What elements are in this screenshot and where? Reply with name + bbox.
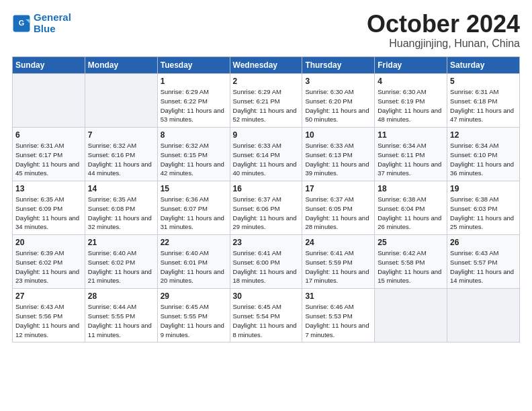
month-title: October 2024 xyxy=(367,12,520,36)
header: G General Blue October 2024 Huangjinjing… xyxy=(12,12,520,50)
day-number: 3 xyxy=(305,77,371,86)
day-info: Sunrise: 6:33 AM Sunset: 6:13 PM Dayligh… xyxy=(305,141,371,178)
day-number: 8 xyxy=(161,130,227,140)
day-info: Sunrise: 6:32 AM Sunset: 6:16 PM Dayligh… xyxy=(88,141,154,178)
day-number: 23 xyxy=(233,238,300,247)
calendar-cell: 31Sunrise: 6:46 AM Sunset: 5:53 PM Dayli… xyxy=(302,289,375,342)
calendar-cell: 16Sunrise: 6:37 AM Sunset: 6:06 PM Dayli… xyxy=(230,181,302,235)
header-row: Sunday Monday Tuesday Wednesday Thursday… xyxy=(13,57,520,74)
day-info: Sunrise: 6:43 AM Sunset: 5:56 PM Dayligh… xyxy=(15,302,82,339)
calendar-cell: 20Sunrise: 6:39 AM Sunset: 6:02 PM Dayli… xyxy=(13,235,85,289)
day-number: 5 xyxy=(450,77,517,86)
day-number: 22 xyxy=(161,238,227,247)
day-info: Sunrise: 6:40 AM Sunset: 6:02 PM Dayligh… xyxy=(88,248,154,285)
day-info: Sunrise: 6:29 AM Sunset: 6:22 PM Dayligh… xyxy=(161,87,227,124)
day-info: Sunrise: 6:42 AM Sunset: 5:58 PM Dayligh… xyxy=(378,248,444,285)
calendar-page: G General Blue October 2024 Huangjinjing… xyxy=(0,0,532,411)
day-info: Sunrise: 6:35 AM Sunset: 6:09 PM Dayligh… xyxy=(15,195,82,232)
day-info: Sunrise: 6:45 AM Sunset: 5:54 PM Dayligh… xyxy=(233,302,300,339)
day-number: 11 xyxy=(378,130,444,140)
calendar-cell: 12Sunrise: 6:34 AM Sunset: 6:10 PM Dayli… xyxy=(447,128,520,181)
day-info: Sunrise: 6:41 AM Sunset: 6:00 PM Dayligh… xyxy=(233,248,300,285)
day-info: Sunrise: 6:36 AM Sunset: 6:07 PM Dayligh… xyxy=(161,195,227,232)
day-number: 18 xyxy=(378,184,444,193)
day-number: 25 xyxy=(378,238,444,247)
calendar-cell: 26Sunrise: 6:43 AM Sunset: 5:57 PM Dayli… xyxy=(447,235,520,289)
logo: G General Blue xyxy=(12,12,71,34)
col-saturday: Saturday xyxy=(447,57,520,74)
day-number: 12 xyxy=(450,130,517,140)
calendar-cell: 9Sunrise: 6:33 AM Sunset: 6:14 PM Daylig… xyxy=(230,128,302,181)
calendar-cell: 18Sunrise: 6:38 AM Sunset: 6:04 PM Dayli… xyxy=(375,181,447,235)
calendar-cell: 11Sunrise: 6:34 AM Sunset: 6:11 PM Dayli… xyxy=(375,128,447,181)
day-number: 13 xyxy=(15,184,82,193)
day-number: 4 xyxy=(378,77,444,86)
day-number: 14 xyxy=(88,184,154,193)
day-number: 26 xyxy=(450,238,517,247)
calendar-cell: 6Sunrise: 6:31 AM Sunset: 6:17 PM Daylig… xyxy=(13,128,85,181)
calendar-cell: 7Sunrise: 6:32 AM Sunset: 6:16 PM Daylig… xyxy=(85,128,157,181)
calendar-cell: 3Sunrise: 6:30 AM Sunset: 6:20 PM Daylig… xyxy=(302,74,375,128)
calendar-cell: 19Sunrise: 6:38 AM Sunset: 6:03 PM Dayli… xyxy=(447,181,520,235)
day-info: Sunrise: 6:39 AM Sunset: 6:02 PM Dayligh… xyxy=(15,248,82,285)
day-info: Sunrise: 6:29 AM Sunset: 6:21 PM Dayligh… xyxy=(233,87,300,124)
calendar-week-4: 20Sunrise: 6:39 AM Sunset: 6:02 PM Dayli… xyxy=(13,235,520,289)
calendar-cell: 1Sunrise: 6:29 AM Sunset: 6:22 PM Daylig… xyxy=(157,74,230,128)
day-number: 27 xyxy=(15,291,82,301)
day-number: 6 xyxy=(15,130,82,140)
col-friday: Friday xyxy=(375,57,447,74)
day-number: 28 xyxy=(88,291,154,301)
calendar-cell: 30Sunrise: 6:45 AM Sunset: 5:54 PM Dayli… xyxy=(230,289,302,342)
day-info: Sunrise: 6:43 AM Sunset: 5:57 PM Dayligh… xyxy=(450,248,517,285)
day-number: 15 xyxy=(161,184,227,193)
col-thursday: Thursday xyxy=(302,57,375,74)
calendar-cell: 24Sunrise: 6:41 AM Sunset: 5:59 PM Dayli… xyxy=(302,235,375,289)
calendar-cell: 10Sunrise: 6:33 AM Sunset: 6:13 PM Dayli… xyxy=(302,128,375,181)
col-monday: Monday xyxy=(85,57,157,74)
calendar-cell xyxy=(375,289,447,342)
logo-text: General Blue xyxy=(34,12,71,34)
calendar-cell: 29Sunrise: 6:45 AM Sunset: 5:55 PM Dayli… xyxy=(157,289,230,342)
day-info: Sunrise: 6:45 AM Sunset: 5:55 PM Dayligh… xyxy=(161,302,227,339)
day-info: Sunrise: 6:33 AM Sunset: 6:14 PM Dayligh… xyxy=(233,141,300,178)
calendar-cell: 21Sunrise: 6:40 AM Sunset: 6:02 PM Dayli… xyxy=(85,235,157,289)
day-number: 21 xyxy=(88,238,154,247)
calendar-cell: 25Sunrise: 6:42 AM Sunset: 5:58 PM Dayli… xyxy=(375,235,447,289)
location-subtitle: Huangjinjing, Hunan, China xyxy=(367,38,520,50)
calendar-week-2: 6Sunrise: 6:31 AM Sunset: 6:17 PM Daylig… xyxy=(13,128,520,181)
day-number: 19 xyxy=(450,184,517,193)
day-number: 2 xyxy=(233,77,300,86)
calendar-week-3: 13Sunrise: 6:35 AM Sunset: 6:09 PM Dayli… xyxy=(13,181,520,235)
day-number: 29 xyxy=(161,291,227,301)
col-sunday: Sunday xyxy=(13,57,85,74)
calendar-cell: 4Sunrise: 6:30 AM Sunset: 6:19 PM Daylig… xyxy=(375,74,447,128)
day-info: Sunrise: 6:41 AM Sunset: 5:59 PM Dayligh… xyxy=(305,248,371,285)
calendar-cell: 5Sunrise: 6:31 AM Sunset: 6:18 PM Daylig… xyxy=(447,74,520,128)
day-info: Sunrise: 6:44 AM Sunset: 5:55 PM Dayligh… xyxy=(88,302,154,339)
day-info: Sunrise: 6:46 AM Sunset: 5:53 PM Dayligh… xyxy=(305,302,371,339)
day-info: Sunrise: 6:35 AM Sunset: 6:08 PM Dayligh… xyxy=(88,195,154,232)
calendar-cell xyxy=(13,74,85,128)
calendar-week-1: 1Sunrise: 6:29 AM Sunset: 6:22 PM Daylig… xyxy=(13,74,520,128)
day-number: 24 xyxy=(305,238,371,247)
day-number: 10 xyxy=(305,130,371,140)
calendar-cell: 17Sunrise: 6:37 AM Sunset: 6:05 PM Dayli… xyxy=(302,181,375,235)
calendar-week-5: 27Sunrise: 6:43 AM Sunset: 5:56 PM Dayli… xyxy=(13,289,520,342)
day-number: 7 xyxy=(88,130,154,140)
calendar-cell xyxy=(447,289,520,342)
day-info: Sunrise: 6:31 AM Sunset: 6:17 PM Dayligh… xyxy=(15,141,82,178)
col-wednesday: Wednesday xyxy=(230,57,302,74)
day-number: 20 xyxy=(15,238,82,247)
day-info: Sunrise: 6:37 AM Sunset: 6:05 PM Dayligh… xyxy=(305,195,371,232)
calendar-cell: 8Sunrise: 6:32 AM Sunset: 6:15 PM Daylig… xyxy=(157,128,230,181)
day-number: 16 xyxy=(233,184,300,193)
day-info: Sunrise: 6:37 AM Sunset: 6:06 PM Dayligh… xyxy=(233,195,300,232)
calendar-cell: 23Sunrise: 6:41 AM Sunset: 6:00 PM Dayli… xyxy=(230,235,302,289)
day-info: Sunrise: 6:30 AM Sunset: 6:19 PM Dayligh… xyxy=(378,87,444,124)
col-tuesday: Tuesday xyxy=(157,57,230,74)
day-info: Sunrise: 6:38 AM Sunset: 6:04 PM Dayligh… xyxy=(378,195,444,232)
calendar-cell: 28Sunrise: 6:44 AM Sunset: 5:55 PM Dayli… xyxy=(85,289,157,342)
day-number: 1 xyxy=(161,77,227,86)
day-number: 9 xyxy=(233,130,300,140)
calendar-cell: 15Sunrise: 6:36 AM Sunset: 6:07 PM Dayli… xyxy=(157,181,230,235)
